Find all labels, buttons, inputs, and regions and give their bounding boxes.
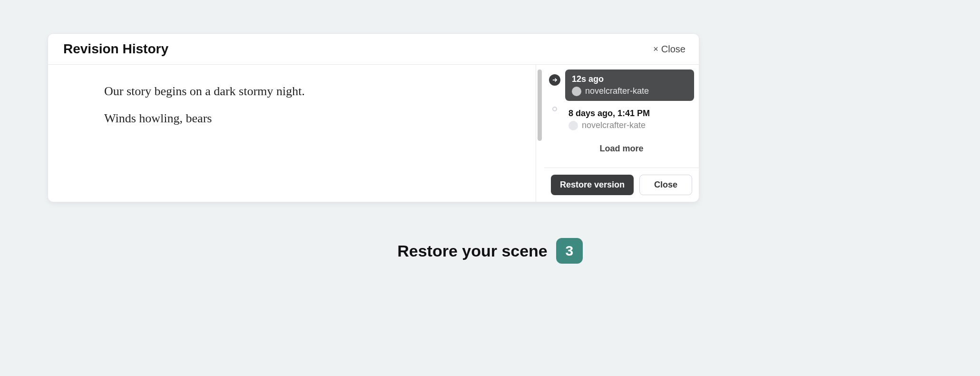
arrow-right-icon <box>549 74 560 86</box>
revision-author: novelcrafter-kate <box>582 120 646 130</box>
modal-title: Revision History <box>63 41 168 57</box>
caption-text: Restore your scene <box>397 242 548 260</box>
revision-item[interactable]: 8 days ago, 1:41 PM novelcrafter-kate <box>549 104 694 135</box>
revision-list: 12s ago novelcrafter-kate 8 days ago, 1:… <box>544 65 699 168</box>
revision-author-row: novelcrafter-kate <box>568 120 687 130</box>
revision-time: 12s ago <box>572 74 687 84</box>
revision-author: novelcrafter-kate <box>585 86 649 96</box>
sidebar-scrollbar-thumb[interactable] <box>538 69 542 141</box>
close-label: Close <box>661 44 686 55</box>
content-paragraph: Winds howling, bears <box>104 109 483 128</box>
revision-card-active[interactable]: 12s ago novelcrafter-kate <box>565 69 694 101</box>
avatar-icon <box>572 87 581 96</box>
close-button-bottom[interactable]: Close <box>639 175 692 195</box>
sidebar-footer: Restore version Close <box>544 168 699 202</box>
avatar-icon <box>568 121 578 130</box>
content-paragraph: Our story begins on a dark stormy night. <box>104 82 483 100</box>
close-button-top[interactable]: × Close <box>653 44 686 55</box>
circle-icon <box>552 107 557 111</box>
revision-card[interactable]: 8 days ago, 1:41 PM novelcrafter-kate <box>562 104 694 135</box>
revision-time: 8 days ago, 1:41 PM <box>568 109 687 119</box>
revision-sidebar: 12s ago novelcrafter-kate 8 days ago, 1:… <box>536 65 699 202</box>
revision-history-modal: Revision History × Close Our story begin… <box>48 33 699 202</box>
restore-version-button[interactable]: Restore version <box>551 175 634 195</box>
revision-author-row: novelcrafter-kate <box>572 86 687 96</box>
content-pane: Our story begins on a dark stormy night.… <box>48 65 536 202</box>
modal-body: Our story begins on a dark stormy night.… <box>48 65 699 202</box>
modal-header: Revision History × Close <box>48 34 699 65</box>
content-wrap: Our story begins on a dark stormy night.… <box>48 65 536 202</box>
revision-item[interactable]: 12s ago novelcrafter-kate <box>549 69 694 101</box>
step-badge: 3 <box>556 238 583 264</box>
load-more-button[interactable]: Load more <box>549 138 694 160</box>
caption-row: Restore your scene 3 <box>0 238 980 264</box>
sidebar-scrollbar[interactable] <box>538 69 542 202</box>
close-icon: × <box>653 45 658 53</box>
